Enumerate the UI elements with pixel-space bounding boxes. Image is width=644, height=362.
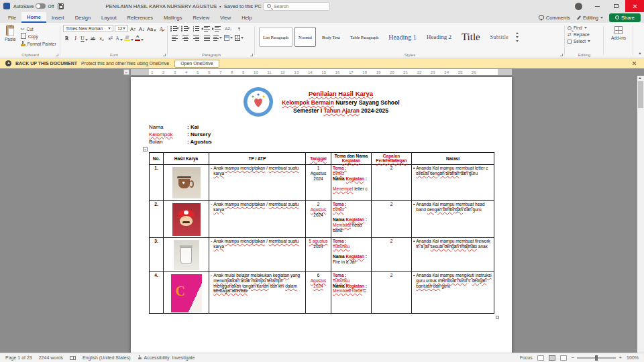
cell-no-3[interactable]: 3.: [150, 237, 164, 272]
close-button[interactable]: [625, 0, 644, 12]
column-header-narasi[interactable]: Narasi: [412, 153, 494, 165]
user-avatar[interactable]: [575, 3, 582, 10]
cell-capaian-1[interactable]: 2: [372, 164, 412, 200]
style-table-paragraph[interactable]: Table Paragraph: [346, 27, 382, 47]
word-app-icon[interactable]: [3, 3, 10, 9]
column-header-tanggal[interactable]: Tanggal: [306, 153, 331, 165]
style-heading-2[interactable]: Heading 2: [423, 27, 455, 47]
italic-button[interactable]: I: [72, 34, 79, 42]
zoom-slider[interactable]: [577, 357, 616, 359]
paragraph-marks-button[interactable]: ¶: [235, 25, 244, 32]
autosave-switch-icon[interactable]: [36, 3, 46, 9]
font-name-select[interactable]: Times New Roman: [63, 25, 113, 32]
cell-tanggal-4[interactable]: 6Agustus2024: [306, 272, 331, 313]
grow-font-button[interactable]: A↑: [129, 25, 137, 32]
horizontal-ruler[interactable]: ⌐ 1 2 3 4 5 6 7 8 9 10 11 12 13 14 15 16…: [0, 68, 644, 76]
read-mode-button[interactable]: [537, 355, 544, 361]
cell-tanggal-2[interactable]: 2Agustus2024: [306, 200, 331, 237]
styles-gallery-down-button[interactable]: [516, 36, 519, 38]
tab-design[interactable]: Design: [70, 12, 96, 23]
style-list-paragraph[interactable]: List Paragraph: [259, 27, 292, 47]
column-header-capaian[interactable]: Capaian Perkembangan: [372, 153, 412, 165]
cell-capaian-3[interactable]: 2: [372, 237, 412, 272]
scrollbar-thumb[interactable]: [638, 81, 643, 108]
shading-button[interactable]: [224, 34, 233, 42]
tab-layout[interactable]: Layout: [96, 12, 122, 23]
align-right-button[interactable]: [192, 34, 201, 42]
autosave-toggle[interactable]: AutoSave Off: [13, 3, 54, 9]
print-layout-button[interactable]: [549, 355, 555, 361]
style-normal[interactable]: Normal: [294, 27, 316, 47]
cell-capaian-2[interactable]: 2: [372, 200, 412, 237]
cell-hasil-1[interactable]: ♥: [164, 164, 209, 200]
zoom-out-button[interactable]: −: [572, 355, 575, 361]
cell-tanggal-3[interactable]: 5 agustus2024: [306, 237, 331, 272]
clipboard-dialog-launcher[interactable]: [56, 54, 58, 56]
editing-mode-button[interactable]: Editing: [576, 15, 603, 21]
column-header-tp-atp[interactable]: TP / ATP: [209, 153, 306, 165]
find-button[interactable]: Find: [568, 25, 601, 30]
save-icon[interactable]: [58, 3, 64, 9]
cell-narasi-3[interactable]: •Ananda Kai mampu membuat firework in a …: [412, 237, 494, 272]
column-header-tema[interactable]: Tema dan Nama Kegiatan: [331, 153, 372, 165]
text-effects-button[interactable]: A: [115, 34, 123, 42]
style-subtitle[interactable]: Subtitle: [486, 27, 513, 47]
document-page[interactable]: Penilaian Hasil Karya Kelompok Bermain N…: [131, 77, 512, 353]
subscript-button[interactable]: x₂: [98, 34, 105, 42]
cell-tema-3[interactable]: Tema :TubuhkuNama Kegiatan :Fire in a Ja…: [331, 237, 372, 272]
accessibility-status[interactable]: Accessibility: Investigate: [138, 355, 195, 360]
copy-button[interactable]: Copy: [21, 34, 56, 39]
increase-indent-button[interactable]: [213, 25, 222, 32]
bullets-button[interactable]: [170, 25, 179, 32]
cell-tp-1[interactable]: -Anak mampu menciptakan / membuat suatu …: [209, 164, 306, 200]
search-box[interactable]: [263, 2, 330, 11]
change-case-button[interactable]: Aa: [147, 25, 156, 32]
cell-no-4[interactable]: 4.: [150, 272, 164, 313]
decrease-indent-button[interactable]: [203, 25, 211, 32]
restore-button[interactable]: [606, 0, 625, 12]
language-indicator[interactable]: English (United States): [83, 355, 131, 360]
multilevel-list-button[interactable]: [192, 25, 201, 32]
cell-tp-2[interactable]: -Anak mampu menciptakan / membuat suatu …: [209, 200, 306, 237]
paste-button[interactable]: Paste: [3, 25, 18, 46]
collapse-ribbon-button[interactable]: [639, 49, 641, 56]
tab-mailings[interactable]: Mailings: [158, 12, 188, 23]
cell-tema-2[interactable]: Tema :DirikuNama Kegiatan :Membuat head …: [331, 200, 372, 237]
paragraph-dialog-launcher[interactable]: [250, 54, 253, 56]
page-indicator[interactable]: Page 1 of 23: [5, 355, 32, 360]
cell-tp-3[interactable]: -Anak mampu menciptakan / membuat suatu …: [209, 237, 306, 272]
word-count[interactable]: 2244 words: [39, 355, 63, 360]
sort-button[interactable]: AZ↓: [224, 25, 233, 32]
format-painter-button[interactable]: Format Painter: [21, 41, 56, 46]
tab-view[interactable]: View: [215, 12, 236, 23]
tab-home[interactable]: Home: [21, 12, 46, 23]
artwork-photo-4[interactable]: C: [171, 274, 202, 312]
artwork-photo-1[interactable]: ♥: [172, 167, 201, 198]
artwork-photo-3[interactable]: [174, 240, 199, 270]
underline-button[interactable]: U: [80, 34, 88, 42]
clear-formatting-button[interactable]: A: [158, 25, 165, 32]
banner-close-button[interactable]: [630, 61, 639, 66]
numbering-button[interactable]: [181, 25, 190, 32]
cell-narasi-1[interactable]: •Ananda Kai mampu membuat letter c sesua…: [412, 164, 494, 200]
focus-button[interactable]: Focus: [520, 355, 533, 360]
cell-narasi-4[interactable]: •Ananda Kai mampu mengikuti instruksi gu…: [412, 272, 494, 313]
align-center-button[interactable]: [181, 34, 190, 42]
cell-tema-1[interactable]: Tema :DirikuNama Kegiatan :Menempel lett…: [331, 164, 372, 200]
zoom-in-button[interactable]: +: [619, 355, 622, 361]
tab-file[interactable]: File: [3, 12, 21, 23]
tab-help[interactable]: Help: [236, 12, 257, 23]
font-color-button[interactable]: A: [135, 34, 144, 42]
style-heading-1[interactable]: Heading 1: [384, 27, 420, 47]
zoom-knob[interactable]: [595, 355, 598, 361]
column-header-hasil-karya[interactable]: Hasil Karya: [164, 153, 209, 165]
scroll-up-button[interactable]: [639, 77, 641, 79]
share-button[interactable]: Share: [609, 13, 641, 22]
artwork-photo-2[interactable]: [172, 203, 201, 236]
cell-hasil-2[interactable]: [164, 200, 209, 237]
superscript-button[interactable]: x²: [107, 34, 114, 42]
font-dialog-launcher[interactable]: [163, 54, 166, 56]
tab-selector[interactable]: ⌐: [123, 69, 129, 75]
tab-review[interactable]: Review: [187, 12, 215, 23]
proofing-status[interactable]: [70, 356, 76, 360]
